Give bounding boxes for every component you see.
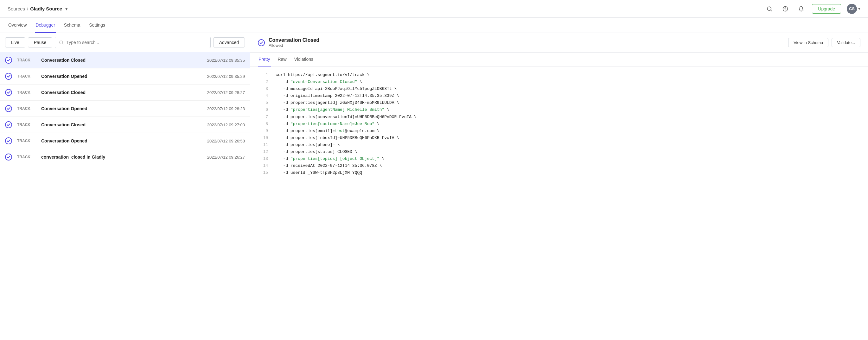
code-line: 13 -d "properties[topics]=[object Object… [258, 156, 860, 162]
table-row[interactable]: TRACK Conversation Closed 2022/07/12 09:… [0, 117, 250, 133]
event-check-icon [5, 154, 12, 161]
search-input[interactable] [66, 40, 206, 45]
line-content: -d properties[agentId]=zGaHXjD4SR-moMR9L… [276, 99, 399, 106]
line-content: -d properties[inboxId]=UHP5DRBeQH6PnDXR-… [276, 135, 399, 141]
sub-tab-raw[interactable]: Raw [277, 53, 287, 66]
line-number: 9 [258, 128, 268, 135]
line-content: -d properties[status]=CLOSED \ [276, 148, 357, 156]
code-line: 7 -d properties[conversationId]=UHP5DRBe… [258, 114, 860, 121]
line-number: 12 [258, 148, 268, 156]
tab-debugger[interactable]: Debugger [35, 18, 56, 33]
detail-sub-tabs: Pretty Raw Violations [250, 53, 868, 66]
line-content: -d messageId=api-2BqbPJxqiOilYc5TpogZLOB… [276, 86, 397, 93]
left-panel: Live Pause Advanced TRACK Conversation C… [0, 33, 250, 340]
code-line: 9 -d properties[email]=test@example.com … [258, 128, 860, 135]
event-name-label: Conversation Opened [41, 138, 202, 143]
tab-settings[interactable]: Settings [88, 18, 106, 33]
line-number: 3 [258, 86, 268, 93]
event-name-label: Conversation Opened [41, 74, 202, 79]
sub-tab-violations[interactable]: Violations [294, 53, 314, 66]
line-number: 15 [258, 169, 268, 176]
advanced-button[interactable]: Advanced [213, 37, 245, 47]
event-check-icon [5, 57, 12, 64]
code-line: 8 -d "properties[customerName]=Joe Bob" … [258, 121, 860, 128]
code-line: 14 -d receivedAt=2022-07-12T14:35:36.078… [258, 162, 860, 169]
search-button[interactable] [765, 4, 775, 14]
event-type-label: TRACK [17, 74, 36, 78]
breadcrumb-separator: / [27, 6, 28, 11]
event-time-label: 2022/07/12 09:35:29 [207, 74, 245, 79]
event-name-label: Conversation Closed [41, 58, 202, 63]
event-time-label: 2022/07/12 09:28:27 [207, 90, 245, 95]
line-content: -d properties[email]=test@example.com \ [276, 128, 379, 135]
code-line: 10 -d properties[inboxId]=UHP5DRBeQH6PnD… [258, 135, 860, 141]
header-actions: Upgrade CS ▾ [765, 4, 860, 14]
event-name-label: Conversation Closed [41, 122, 202, 127]
line-content: -d properties[conversationId]=UHP5DRBeQH… [276, 114, 416, 121]
line-number: 8 [258, 121, 268, 128]
svg-line-5 [62, 43, 63, 44]
event-list: TRACK Conversation Closed 2022/07/12 09:… [0, 52, 250, 340]
detail-title-group: Conversation Closed Allowed [269, 37, 319, 48]
status-icon [258, 39, 265, 46]
line-number: 1 [258, 72, 268, 78]
help-button[interactable] [780, 4, 790, 14]
table-row[interactable]: TRACK Conversation Opened 2022/07/12 09:… [0, 101, 250, 117]
code-line: 2 -d "event=Conversation Closed" \ [258, 78, 860, 86]
upgrade-button[interactable]: Upgrade [812, 4, 841, 13]
breadcrumb-sources[interactable]: Sources [8, 6, 25, 11]
detail-event-title: Conversation Closed [269, 37, 319, 43]
event-type-label: TRACK [17, 155, 36, 159]
view-in-schema-button[interactable]: View in Schema [788, 38, 828, 47]
breadcrumb: Sources / Gladly Source ▾ [8, 6, 68, 12]
tab-schema[interactable]: Schema [63, 18, 81, 33]
table-row[interactable]: TRACK conversation_closed in Gladly 2022… [0, 149, 250, 165]
line-number: 14 [258, 162, 268, 169]
line-number: 5 [258, 99, 268, 106]
code-line: 5 -d properties[agentId]=zGaHXjD4SR-moMR… [258, 99, 860, 106]
event-time-label: 2022/07/12 09:26:58 [207, 139, 245, 143]
detail-header-left: Conversation Closed Allowed [258, 37, 319, 48]
event-check-icon [5, 137, 12, 144]
user-avatar-container[interactable]: CS ▾ [847, 4, 860, 14]
line-number: 11 [258, 141, 268, 148]
event-type-label: TRACK [17, 106, 36, 111]
event-name-label: Conversation Closed [41, 90, 202, 95]
event-type-label: TRACK [17, 58, 36, 62]
line-content: curl https://api.segment.io/v1/track \ [276, 72, 369, 78]
event-check-icon [5, 105, 12, 112]
right-panel: Conversation Closed Allowed View in Sche… [250, 33, 868, 340]
code-line: 4 -d originalTimestamp=2022-07-12T14:35:… [258, 93, 860, 99]
search-box [55, 37, 210, 48]
sub-tab-pretty[interactable]: Pretty [258, 53, 271, 66]
search-icon [59, 40, 64, 45]
event-name-label: Conversation Opened [41, 106, 202, 111]
notifications-button[interactable] [796, 4, 806, 14]
code-line: 1 curl https://api.segment.io/v1/track \ [258, 72, 860, 78]
code-line: 15 -d userId=_YSW-tTpSF2p8LjXMTYQQQ [258, 169, 860, 176]
detail-actions: View in Schema Validate... [788, 38, 860, 47]
table-row[interactable]: TRACK Conversation Closed 2022/07/12 09:… [0, 84, 250, 101]
line-number: 4 [258, 93, 268, 99]
event-check-icon [5, 121, 12, 128]
avatar-dropdown-icon[interactable]: ▾ [858, 6, 860, 11]
tab-overview[interactable]: Overview [8, 18, 27, 33]
line-content: -d "event=Conversation Closed" \ [276, 78, 362, 86]
table-row[interactable]: TRACK Conversation Closed 2022/07/12 09:… [0, 52, 250, 68]
line-number: 10 [258, 135, 268, 141]
code-display: 1 curl https://api.segment.io/v1/track \… [250, 66, 868, 340]
detail-status: Allowed [269, 43, 319, 48]
table-row[interactable]: TRACK Conversation Opened 2022/07/12 09:… [0, 68, 250, 84]
table-row[interactable]: TRACK Conversation Opened 2022/07/12 09:… [0, 133, 250, 149]
event-time-label: 2022/07/12 09:27:03 [207, 123, 245, 127]
event-type-label: TRACK [17, 123, 36, 127]
event-time-label: 2022/07/12 09:28:23 [207, 106, 245, 111]
validate-button[interactable]: Validate... [832, 38, 860, 47]
line-number: 2 [258, 78, 268, 86]
line-content: -d "properties[topics]=[object Object]" … [276, 156, 384, 162]
pause-button[interactable]: Pause [28, 37, 53, 47]
live-button[interactable]: Live [5, 37, 25, 47]
line-content: -d "properties[agentName]=Michelle Smith… [276, 106, 389, 113]
line-number: 6 [258, 106, 268, 113]
breadcrumb-dropdown-icon[interactable]: ▾ [65, 6, 68, 12]
